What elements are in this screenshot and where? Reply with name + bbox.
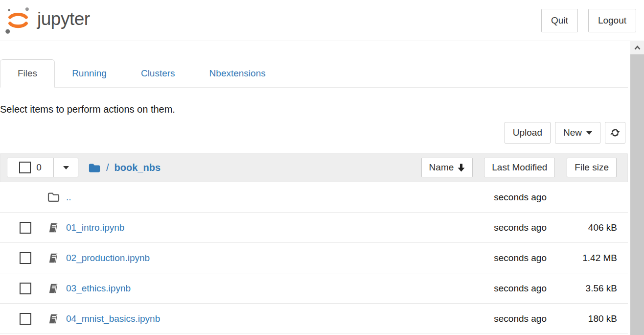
jupyter-logo[interactable]: jupyter [4,6,90,35]
chevron-up-icon [634,45,641,50]
row-checkbox[interactable] [20,252,31,264]
upload-button[interactable]: Upload [505,122,551,144]
select-all-group: 0 [7,158,78,177]
sort-modified-button[interactable]: Last Modified [484,158,555,177]
table-row-parent-folder: .. seconds ago [0,182,628,213]
notebook-link[interactable]: 03_ethics.ipynb [66,283,454,294]
row-checkbox[interactable] [20,283,31,294]
list-toolbar: Upload New [0,122,628,144]
row-size: 406 kB [547,222,617,233]
notebook-icon [47,253,60,263]
breadcrumb: / book_nbs [88,162,161,173]
refresh-icon [610,128,620,138]
breadcrumb-separator: / [106,162,109,173]
caret-down-icon [63,166,69,169]
refresh-button[interactable] [605,122,625,144]
notebook-icon [47,313,60,324]
notebook-list: 0 / book_nbs Name [0,153,628,334]
select-items-notice: Select items to perform actions on them. [0,104,628,115]
jupyter-logo-icon [4,6,32,35]
row-modified: seconds ago [454,283,547,294]
app-header: jupyter Quit Logout [0,0,644,41]
scrollbar-thumb[interactable] [630,54,644,335]
site-body: Files Running Clusters Nbextensions Sele… [0,60,644,334]
row-size: 1.42 MB [547,253,617,263]
tab-nbextensions[interactable]: Nbextensions [192,60,283,87]
table-row-notebook: 01_intro.ipynb seconds ago 406 kB [0,213,628,243]
tab-files[interactable]: Files [0,59,55,88]
folder-outline-icon [47,192,60,202]
table-row-notebook: 03_ethics.ipynb seconds ago 3.56 kB [0,273,628,304]
caret-down-icon [586,131,592,135]
table-row-notebook: 04_mnist_basics.ipynb seconds ago 180 kB [0,304,628,334]
sort-name-button[interactable]: Name [421,158,473,177]
notebook-link[interactable]: 02_production.ipynb [66,253,454,263]
quit-button[interactable]: Quit [541,9,578,32]
folder-icon [88,163,101,173]
tab-bar: Files Running Clusters Nbextensions [0,60,628,88]
breadcrumb-root-link[interactable]: / [88,162,109,173]
list-header: 0 / book_nbs Name [0,153,628,182]
row-checkbox[interactable] [20,313,31,325]
sort-modified-label: Last Modified [492,162,547,173]
select-all-checkbox[interactable] [19,162,31,173]
sort-name-label: Name [429,162,454,173]
row-modified: seconds ago [454,313,547,324]
notebook-icon [47,283,60,294]
notebook-link[interactable]: 04_mnist_basics.ipynb [66,313,454,324]
notebook-link[interactable]: 01_intro.ipynb [66,222,454,233]
breadcrumb-current-folder: book_nbs [115,162,161,173]
row-size: 180 kB [547,313,617,324]
select-dropdown-button[interactable] [54,158,78,177]
notebook-icon [47,222,60,233]
logo-text: jupyter [37,9,90,29]
new-button-label: New [563,127,582,138]
logout-button[interactable]: Logout [588,9,636,32]
selected-count: 0 [36,162,42,173]
new-dropdown-button[interactable]: New [555,122,600,144]
scrollbar-up-button[interactable] [630,41,644,54]
sort-size-label: File size [575,162,609,173]
row-modified: seconds ago [454,253,547,263]
vertical-scrollbar[interactable] [630,41,644,335]
sort-size-button[interactable]: File size [567,158,617,177]
arrow-down-icon [458,164,465,172]
row-modified: seconds ago [454,192,547,203]
tab-running[interactable]: Running [55,60,124,87]
upload-button-label: Upload [513,127,542,138]
tab-clusters[interactable]: Clusters [124,60,192,87]
select-all-button[interactable]: 0 [7,158,54,177]
row-size: 3.56 kB [547,283,617,294]
row-checkbox[interactable] [20,222,31,234]
row-modified: seconds ago [454,222,547,233]
table-row-notebook: 02_production.ipynb seconds ago 1.42 MB [0,243,628,273]
parent-folder-link[interactable]: .. [66,192,454,203]
